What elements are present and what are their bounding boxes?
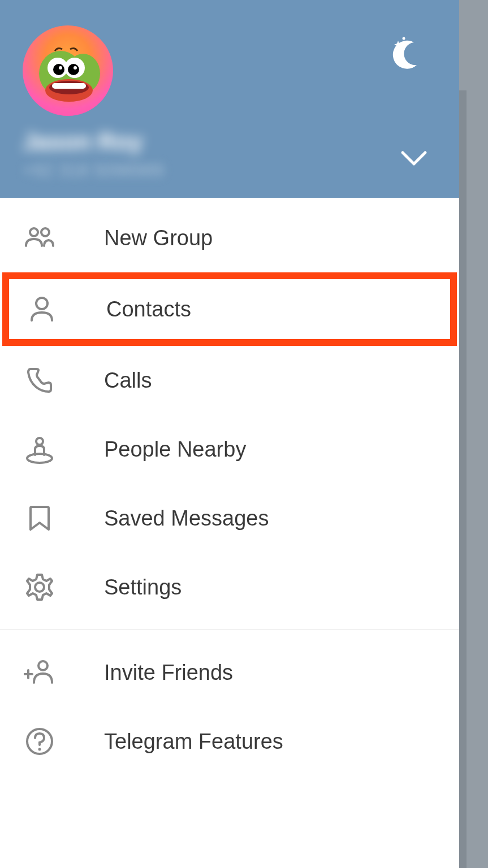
avatar-sticker: [35, 42, 103, 110]
menu-label: Saved Messages: [104, 506, 269, 531]
svg-point-13: [41, 228, 49, 236]
menu-item-people-nearby[interactable]: People Nearby: [0, 415, 459, 484]
svg-point-18: [38, 661, 47, 670]
svg-point-12: [30, 228, 38, 236]
menu-item-saved-messages[interactable]: Saved Messages: [0, 484, 459, 553]
navigation-drawer: Jason Roy +92 318 5098989 New Group: [0, 0, 459, 868]
group-icon: [24, 222, 55, 254]
drawer-header: Jason Roy +92 318 5098989: [0, 0, 459, 198]
svg-point-22: [38, 748, 41, 751]
phone-icon: [24, 364, 55, 396]
help-icon: [24, 726, 55, 757]
contact-icon: [26, 293, 58, 325]
menu-item-telegram-features[interactable]: Telegram Features: [0, 707, 459, 776]
user-name: Jason Roy: [23, 128, 164, 155]
svg-point-15: [27, 454, 52, 463]
menu-item-calls[interactable]: Calls: [0, 346, 459, 415]
menu-item-new-group[interactable]: New Group: [0, 203, 459, 272]
svg-point-17: [35, 583, 44, 592]
menu-item-contacts[interactable]: Contacts: [2, 272, 457, 346]
menu-label: Invite Friends: [104, 661, 233, 685]
menu-label: Contacts: [106, 297, 191, 322]
svg-point-14: [36, 298, 47, 309]
user-avatar[interactable]: [23, 25, 113, 116]
menu-list: New Group Contacts Calls: [0, 198, 459, 776]
svg-point-7: [74, 66, 77, 70]
nearby-icon: [24, 433, 55, 465]
expand-accounts-button[interactable]: [400, 150, 428, 167]
invite-icon: [24, 657, 55, 688]
night-mode-toggle[interactable]: [386, 34, 425, 73]
svg-point-11: [403, 37, 405, 40]
menu-label: Settings: [104, 575, 182, 600]
svg-point-16: [36, 438, 43, 445]
menu-label: New Group: [104, 226, 213, 250]
bookmark-icon: [24, 502, 55, 534]
menu-item-invite-friends[interactable]: Invite Friends: [0, 638, 459, 707]
menu-label: Telegram Features: [104, 730, 283, 754]
menu-label: People Nearby: [104, 437, 246, 462]
user-info[interactable]: Jason Roy +92 318 5098989: [23, 128, 164, 181]
menu-divider: [0, 630, 459, 630]
settings-icon: [24, 571, 55, 603]
menu-item-settings[interactable]: Settings: [0, 553, 459, 622]
svg-rect-10: [52, 83, 86, 89]
user-phone: +92 318 5098989: [23, 160, 164, 181]
svg-point-4: [53, 64, 64, 75]
svg-point-5: [68, 64, 79, 75]
background-shadow: [459, 0, 488, 868]
menu-label: Calls: [104, 368, 152, 393]
svg-point-6: [59, 66, 62, 70]
